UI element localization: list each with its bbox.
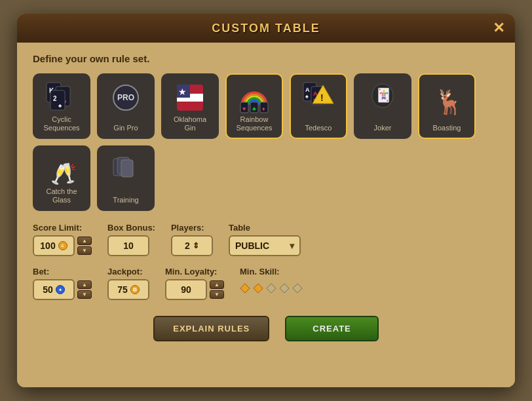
- min-loyalty-row: 90 ▲ ▼: [165, 279, 224, 300]
- box-bonus-label: Box Bonus:: [107, 223, 155, 233]
- bottom-buttons: EXPLAIN RULES CREATE: [33, 311, 499, 344]
- skill-diamond-5[interactable]: [292, 283, 303, 294]
- training-icon: [108, 152, 143, 187]
- svg-text:🃏: 🃏: [375, 87, 392, 103]
- jackpot-row: 75 ⚙: [107, 279, 149, 300]
- score-limit-group: Score Limit: 100 ≡ ▲ ▼: [33, 223, 92, 256]
- controls-section-2: Bet: 50 ✦ ▲ ▼ Jackpot: 75: [33, 267, 499, 300]
- modal-title: CUSTOM TABLE: [212, 22, 320, 35]
- boasting-label: Boasting: [433, 124, 461, 132]
- rule-card-catch-the-glass[interactable]: 🥂 Catch theGlass: [33, 145, 90, 211]
- box-bonus-value: 10: [107, 235, 149, 256]
- score-limit-value: 100 ≡: [33, 235, 75, 256]
- bet-value: 50 ✦: [33, 279, 75, 300]
- rule-cards-grid: K ♠ A ♥ 2 ♣ CyclicSequences PRO: [33, 73, 499, 211]
- tedesco-label: Tedesco: [305, 124, 332, 132]
- rule-card-oklahoma-gin[interactable]: ★ OklahomaGin: [161, 73, 219, 139]
- table-row: PUBLIC ▾: [229, 235, 301, 256]
- gin-pro-label: Gin Pro: [113, 124, 138, 132]
- svg-text:A: A: [305, 86, 310, 93]
- min-skill-group: Min. Skill:: [240, 267, 303, 300]
- loyalty-stepper: ▲ ▼: [210, 280, 224, 299]
- svg-text:♣: ♣: [58, 103, 62, 109]
- svg-text:★: ★: [178, 86, 187, 97]
- min-skill-label: Min. Skill:: [240, 267, 303, 277]
- table-dropdown[interactable]: PUBLIC ▾: [229, 235, 301, 256]
- svg-text:!: !: [320, 92, 324, 103]
- rule-card-gin-pro[interactable]: PRO Gin Pro: [97, 73, 155, 139]
- players-value: 2 ⇕: [171, 235, 213, 256]
- modal-header: CUSTOM TABLE ✕: [17, 14, 515, 43]
- svg-rect-12: [177, 99, 203, 102]
- rule-card-rainbow-sequences[interactable]: ♥ ♣ ♦ RainbowSequences: [225, 73, 283, 139]
- min-loyalty-label: Min. Loyalty:: [165, 267, 224, 277]
- rule-card-tedesco[interactable]: A ♠ A ♥ ! Tedesco: [290, 73, 347, 139]
- close-button[interactable]: ✕: [493, 21, 504, 35]
- joker-icon: 🃏: [365, 80, 400, 115]
- catch-the-glass-label: Catch theGlass: [46, 187, 77, 204]
- svg-marker-38: [280, 284, 289, 293]
- svg-marker-39: [293, 284, 302, 293]
- catch-the-glass-icon: 🥂: [44, 152, 79, 187]
- svg-text:♣: ♣: [252, 105, 256, 112]
- jackpot-coin-icon: ⚙: [130, 285, 140, 294]
- table-group: Table PUBLIC ▾: [229, 223, 301, 256]
- score-limit-label: Score Limit:: [33, 223, 92, 233]
- loyalty-up[interactable]: ▲: [210, 280, 224, 289]
- bet-stepper: ▲ ▼: [77, 280, 92, 299]
- bet-group: Bet: 50 ✦ ▲ ▼: [33, 267, 92, 300]
- controls-section: Score Limit: 100 ≡ ▲ ▼ Box Bonus:: [33, 223, 499, 256]
- skill-diamonds: [240, 283, 303, 294]
- score-coin-icon: ≡: [58, 241, 67, 250]
- create-button[interactable]: CREATE: [285, 316, 378, 341]
- jackpot-value: 75 ⚙: [107, 279, 149, 300]
- min-loyalty-value: 90: [165, 279, 207, 300]
- gin-pro-icon: PRO: [108, 80, 143, 115]
- svg-marker-37: [267, 284, 276, 293]
- svg-marker-35: [240, 284, 250, 293]
- score-limit-up[interactable]: ▲: [77, 237, 92, 245]
- svg-text:♦: ♦: [262, 105, 265, 112]
- rainbow-sequences-label: RainbowSequences: [236, 115, 272, 132]
- svg-marker-36: [254, 284, 263, 293]
- score-limit-down[interactable]: ▼: [77, 246, 92, 255]
- box-bonus-row: 10: [107, 235, 155, 256]
- players-group: Players: 2 ⇕: [171, 223, 213, 256]
- rule-card-training[interactable]: Training: [97, 145, 155, 211]
- bet-chip-icon: ✦: [56, 285, 65, 294]
- bet-label: Bet:: [33, 267, 92, 277]
- boasting-icon: 🦌: [429, 80, 465, 115]
- box-bonus-group: Box Bonus: 10: [107, 223, 155, 256]
- skill-diamond-3[interactable]: [266, 283, 276, 294]
- rainbow-sequences-icon: ♥ ♣ ♦: [237, 80, 272, 115]
- rule-card-boasting[interactable]: 🦌 Boasting: [418, 73, 476, 139]
- svg-rect-34: [121, 160, 133, 177]
- score-limit-row: 100 ≡ ▲ ▼: [33, 235, 92, 256]
- cyclic-sequences-icon: K ♠ A ♥ 2 ♣: [44, 80, 79, 115]
- loyalty-down[interactable]: ▼: [210, 290, 224, 299]
- bet-row: 50 ✦ ▲ ▼: [33, 279, 92, 300]
- oklahoma-gin-icon: ★: [172, 80, 208, 115]
- jackpot-group: Jackpot: 75 ⚙: [107, 267, 149, 300]
- players-icon: ⇕: [193, 241, 199, 250]
- skill-diamond-4[interactable]: [279, 283, 290, 294]
- custom-table-modal: CUSTOM TABLE ✕ Define your own rule set.…: [17, 14, 515, 387]
- dropdown-arrow-icon: ▾: [290, 240, 294, 251]
- bet-up[interactable]: ▲: [77, 280, 92, 289]
- players-label: Players:: [171, 223, 213, 233]
- rule-card-cyclic-sequences[interactable]: K ♠ A ♥ 2 ♣ CyclicSequences: [33, 73, 90, 139]
- training-label: Training: [113, 196, 138, 204]
- table-label: Table: [229, 223, 301, 233]
- modal-body: Define your own rule set. K ♠ A ♥ 2 ♣: [17, 43, 515, 387]
- skill-diamond-2[interactable]: [253, 283, 263, 294]
- oklahoma-gin-label: OklahomaGin: [174, 115, 206, 132]
- explain-rules-button[interactable]: EXPLAIN RULES: [153, 316, 269, 341]
- tedesco-icon: A ♠ A ♥ !: [301, 80, 336, 115]
- skill-diamond-1[interactable]: [240, 283, 250, 294]
- rule-card-joker[interactable]: 🃏 Joker: [354, 73, 411, 139]
- svg-text:♠: ♠: [305, 93, 309, 100]
- score-limit-stepper: ▲ ▼: [77, 237, 92, 255]
- svg-text:🥂: 🥂: [50, 161, 77, 186]
- bet-down[interactable]: ▼: [77, 290, 92, 299]
- jackpot-label: Jackpot:: [107, 267, 149, 277]
